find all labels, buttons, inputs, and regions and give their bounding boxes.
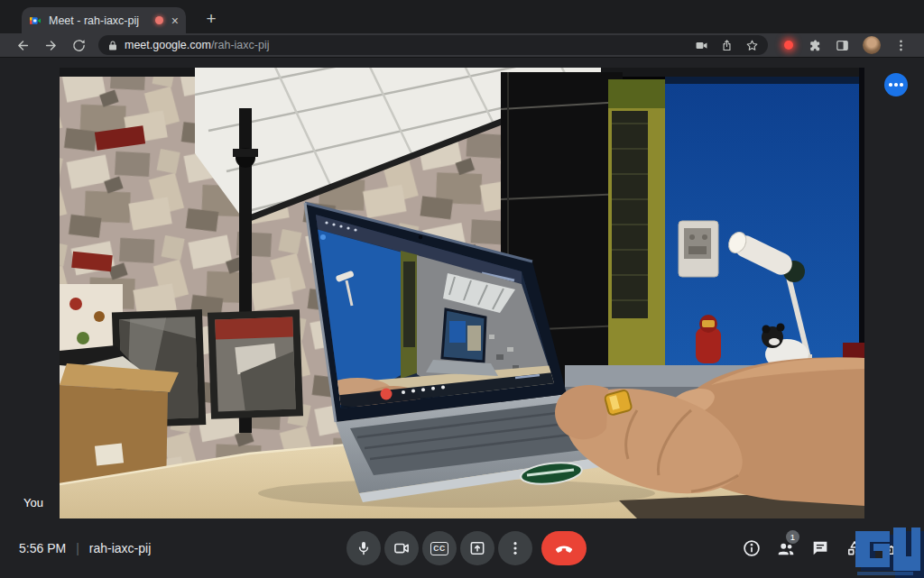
tab-strip: Meet - rah-iaxc-pij × + <box>0 0 924 33</box>
present-screen-icon <box>468 539 486 557</box>
browser-toolbar: meet.google.com /rah-iaxc-pij <box>0 33 924 58</box>
url-path: /rah-iaxc-pij <box>211 39 270 51</box>
end-call-button[interactable] <box>541 531 587 565</box>
self-video-tile <box>60 68 864 518</box>
meeting-details-button[interactable] <box>742 538 762 558</box>
browser-window: Meet - rah-iaxc-pij × + meet.google.com … <box>0 0 924 578</box>
chrome-menu-icon[interactable] <box>893 38 909 53</box>
call-controls: CC <box>346 531 587 565</box>
tab-meet[interactable]: Meet - rah-iaxc-pij × <box>22 7 186 33</box>
url-host: meet.google.com <box>125 39 211 51</box>
self-video-feed <box>60 68 864 518</box>
more-options-button[interactable] <box>498 531 532 565</box>
more-options-icon <box>506 539 524 557</box>
bookmark-star-icon[interactable] <box>745 39 759 52</box>
chat-icon <box>810 538 830 558</box>
new-tab-button[interactable]: + <box>199 7 223 31</box>
meeting-info: 5:56 PM | rah-iaxc-pij <box>19 518 151 578</box>
address-bar[interactable]: meet.google.com /rah-iaxc-pij <box>98 35 768 55</box>
captions-button[interactable]: CC <box>422 531 457 565</box>
tab-recording-dot-icon <box>155 16 163 24</box>
microphone-icon <box>355 539 373 557</box>
end-call-icon <box>553 537 575 559</box>
recording-extension-icon[interactable] <box>784 41 793 50</box>
profile-avatar[interactable] <box>863 36 881 54</box>
captions-icon: CC <box>430 542 448 555</box>
wall-socket <box>679 221 718 277</box>
meeting-code: rah-iaxc-pij <box>89 541 151 555</box>
tab-title: Meet - rah-iaxc-pij <box>49 14 155 27</box>
meet-bottom-bar: 5:56 PM | rah-iaxc-pij CC <box>0 518 924 578</box>
side-panel-icon[interactable] <box>835 38 850 53</box>
lock-icon <box>107 40 118 51</box>
camera-icon <box>393 539 411 557</box>
camera-in-use-icon[interactable] <box>695 39 708 52</box>
participants-badge: 1 <box>786 530 799 544</box>
people-button[interactable]: 1 <box>776 538 796 558</box>
reload-icon[interactable] <box>71 38 87 53</box>
separator: | <box>76 541 79 555</box>
extensions-puzzle-icon[interactable] <box>807 38 822 53</box>
back-arrow-icon[interactable] <box>15 38 31 53</box>
tab-close-button[interactable]: × <box>171 14 179 27</box>
meet-favicon-icon <box>29 14 42 27</box>
camera-button[interactable] <box>384 531 419 565</box>
info-icon <box>742 538 762 558</box>
chat-button[interactable] <box>810 538 830 558</box>
present-screen-button[interactable] <box>460 531 494 565</box>
tile-more-options-button[interactable] <box>884 73 908 96</box>
more-options-icon <box>889 83 892 87</box>
meet-page: You 5:56 PM | rah-iaxc-pij CC <box>0 58 924 578</box>
microphone-button[interactable] <box>346 531 381 565</box>
forward-arrow-icon[interactable] <box>43 38 59 53</box>
watermark-logo <box>848 524 924 578</box>
iron-man-figurine <box>696 315 721 363</box>
share-icon[interactable] <box>720 39 734 52</box>
self-label: You <box>23 496 43 509</box>
clock: 5:56 PM <box>19 541 66 555</box>
